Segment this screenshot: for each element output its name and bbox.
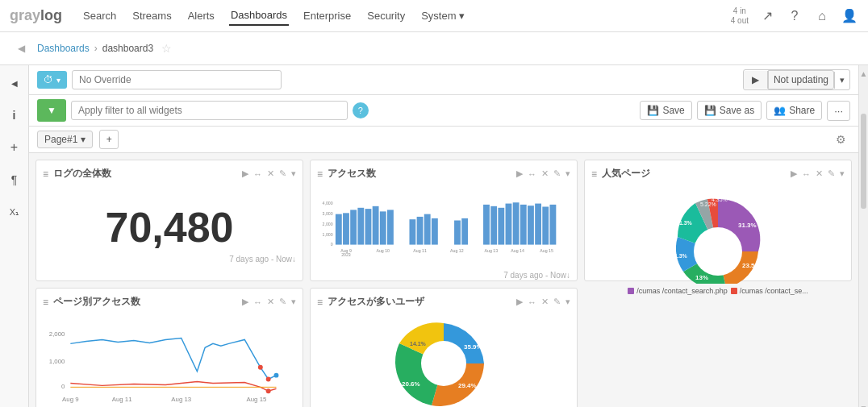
breadcrumb: ◀ Dashboards › dashboard3 ☆ — [0, 32, 868, 65]
page-tab-1[interactable]: Page#1 ▾ — [37, 131, 93, 148]
not-updating-label[interactable]: Not updating — [768, 70, 834, 89]
widget-expand-btn5[interactable]: ↔ — [528, 297, 536, 307]
time-picker-button[interactable]: ⏱ ▾ — [37, 71, 67, 89]
widget-top-users-header: ≡ アクセスが多いユーザ ▶ ↔ ✕ ✎ ▾ — [317, 295, 570, 309]
bar-chart: 4,000 3,000 2,000 1,000 0 — [317, 187, 570, 268]
widget-play-btn3[interactable]: ▶ — [791, 168, 797, 179]
filter-button[interactable]: ▼ — [37, 99, 66, 122]
not-updating-dropdown[interactable]: ▾ — [834, 72, 849, 89]
line-chart-container: 2,000 1,000 0 — [43, 315, 296, 396]
widget-page-access-header: ≡ ページ別アクセス数 ▶ ↔ ✕ ✎ ▾ — [43, 295, 296, 309]
nav-alerts[interactable]: Alerts — [186, 6, 216, 25]
bar-chart-svg: 4,000 3,000 2,000 1,000 0 — [317, 187, 570, 268]
svg-rect-26 — [535, 204, 541, 245]
widget-play-btn4[interactable]: ▶ — [242, 297, 248, 307]
nav-search[interactable]: Search — [81, 6, 118, 25]
sidebar-btn-paragraph[interactable]: ¶ — [3, 168, 26, 191]
widget-edit-btn4[interactable]: ✎ — [279, 297, 286, 307]
svg-rect-19 — [483, 205, 490, 245]
svg-rect-22 — [506, 204, 512, 245]
legend-item-2: /cumas /contact_se... — [731, 287, 808, 295]
widget-menu-icon2: ≡ — [317, 168, 323, 180]
save-as-button[interactable]: 💾 Save as — [697, 101, 762, 120]
save-button[interactable]: 💾 Save — [640, 101, 691, 120]
help-icon[interactable]: ? — [786, 7, 803, 25]
logo: graylog — [10, 7, 62, 24]
filter-help-icon[interactable]: ? — [353, 102, 369, 118]
widget-expand-btn3[interactable]: ↔ — [802, 169, 811, 179]
scroll-track[interactable] — [859, 81, 868, 400]
dashboard-settings-icon[interactable]: ⚙ — [831, 130, 850, 149]
share-icon: 👥 — [774, 105, 786, 116]
play-icon: ▶ — [752, 74, 759, 85]
filter-icon: ▼ — [47, 105, 56, 116]
main-layout: ◀ i + ¶ X₁ ⏱ ▾ ▶ Not updating ▾ — [0, 65, 868, 407]
svg-rect-5 — [336, 214, 342, 245]
sidebar-btn-info[interactable]: i — [3, 104, 26, 127]
widget-more-btn2[interactable]: ▾ — [565, 168, 570, 179]
widget-edit-btn[interactable]: ✎ — [279, 168, 286, 179]
widget-play-btn5[interactable]: ▶ — [516, 297, 523, 307]
toolbar-row1: ⏱ ▾ ▶ Not updating ▾ — [29, 65, 858, 95]
sidebar-collapse-btn[interactable]: ◀ — [10, 37, 32, 60]
widget-more-btn[interactable]: ▾ — [291, 168, 296, 179]
widget-edit-btn3[interactable]: ✎ — [828, 168, 835, 179]
widget-more-btn4[interactable]: ▾ — [291, 297, 296, 307]
traffic-badge: 4 in 4 out — [731, 6, 749, 26]
widget-expand-btn4[interactable]: ↔ — [253, 297, 262, 307]
scroll-down-btn[interactable]: ▼ — [859, 400, 868, 407]
scroll-up-btn[interactable]: ▲ — [859, 65, 868, 81]
widget-edit-btn5[interactable]: ✎ — [553, 297, 561, 307]
donut-users-svg: 35.9% 29.4% 20.6% 14.1% — [387, 315, 500, 407]
widget-access-count: ≡ アクセス数 ▶ ↔ ✕ ✎ ▾ 4,000 3,000 — [310, 160, 578, 281]
svg-text:Aug 13: Aug 13 — [171, 396, 191, 403]
widget-more-btn5[interactable]: ▾ — [565, 297, 570, 307]
sidebar-btn-subscript[interactable]: X₁ — [3, 201, 26, 223]
play-button[interactable]: ▶ — [744, 71, 768, 89]
widget-play-btn[interactable]: ▶ — [242, 168, 248, 179]
share-button[interactable]: 👥 Share — [766, 101, 822, 120]
nav-system[interactable]: System ▾ — [419, 6, 466, 25]
pages-bar: Page#1 ▾ + ⚙ — [29, 127, 858, 153]
legend-label-1: /cumas /contact_search.php — [636, 287, 728, 295]
nav-right: 4 in 4 out ↗ ? ⌂ 👤 — [731, 6, 858, 26]
nav-streams[interactable]: Streams — [131, 6, 173, 25]
svg-text:1,000: 1,000 — [49, 358, 65, 365]
filter-input[interactable] — [71, 101, 348, 120]
widget-expand-btn2[interactable]: ↔ — [528, 169, 536, 179]
svg-text:2,000: 2,000 — [49, 330, 65, 338]
more-options-button[interactable]: ··· — [827, 101, 850, 121]
widget-top-users-controls: ▶ ↔ ✕ ✎ ▾ — [516, 297, 570, 307]
widget-play-btn2[interactable]: ▶ — [516, 168, 523, 179]
widget-close-btn5[interactable]: ✕ — [541, 297, 549, 307]
widget-edit-btn2[interactable]: ✎ — [553, 168, 561, 179]
toolbar-row2: ▼ ? 💾 Save 💾 Save as 👥 Share ··· — [29, 95, 858, 127]
svg-text:Aug 15: Aug 15 — [247, 396, 267, 403]
widget-more-btn3[interactable]: ▾ — [840, 168, 845, 179]
nav-enterprise[interactable]: Enterprise — [302, 6, 353, 25]
widget-close-btn3[interactable]: ✕ — [816, 168, 823, 179]
nav-dashboards[interactable]: Dashboards — [229, 6, 289, 26]
widget-expand-btn[interactable]: ↔ — [253, 169, 262, 179]
svg-rect-17 — [454, 220, 461, 244]
home-icon[interactable]: ⌂ — [813, 7, 831, 25]
widget-close-btn4[interactable]: ✕ — [267, 297, 274, 307]
sidebar-btn-add[interactable]: + — [3, 136, 26, 159]
svg-text:4.35%: 4.35% — [712, 197, 728, 202]
widget-close-btn2[interactable]: ✕ — [541, 168, 549, 179]
svg-text:Aug 14: Aug 14 — [511, 248, 524, 253]
favorite-star-icon[interactable]: ☆ — [161, 42, 172, 55]
right-scrollbar[interactable]: ▲ ▼ — [858, 65, 868, 407]
widget-close-btn[interactable]: ✕ — [267, 168, 274, 179]
sidebar-btn-collapse[interactable]: ◀ — [3, 72, 26, 94]
scroll-thumb[interactable] — [861, 114, 866, 210]
svg-text:Aug 15: Aug 15 — [540, 248, 553, 253]
add-page-button[interactable]: + — [99, 130, 119, 149]
external-link-icon[interactable]: ↗ — [758, 7, 776, 25]
donut-popular-container: 31.3% 23.5% 13% 11.3% 11.3% 5.22% 4.35% … — [591, 187, 845, 295]
override-input[interactable] — [72, 70, 282, 89]
user-icon[interactable]: 👤 — [841, 7, 858, 25]
svg-rect-24 — [520, 205, 527, 245]
nav-security[interactable]: Security — [365, 6, 407, 25]
breadcrumb-parent[interactable]: Dashboards — [37, 43, 90, 54]
